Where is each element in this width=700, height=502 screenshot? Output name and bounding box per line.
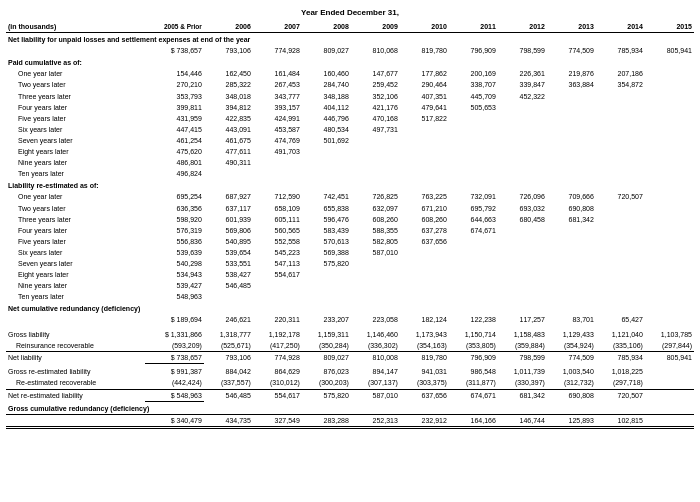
row-value: 452,322: [498, 91, 547, 102]
row-value: [547, 157, 596, 168]
row-value: 596,476: [302, 214, 351, 225]
row-value: (312,732): [547, 377, 596, 389]
section-header-cell: Paid cumulative as of:: [6, 56, 694, 68]
row-value: 809,027: [302, 45, 351, 56]
row-value: [645, 214, 694, 225]
row-value: 605,111: [253, 214, 302, 225]
row-value: [351, 157, 400, 168]
row-value: 785,934: [596, 45, 645, 56]
row-value: 547,113: [253, 258, 302, 269]
row-value: [547, 258, 596, 269]
row-value: 1,159,311: [302, 329, 351, 340]
row-value: [351, 280, 400, 291]
row-label: Six years later: [6, 247, 145, 258]
col-header-7: 2012: [498, 21, 547, 33]
section-header-row: Net cumulative redundancy (deficiency): [6, 302, 694, 314]
row-value: (297,844): [645, 340, 694, 352]
row-value: $ 189,694: [145, 314, 203, 325]
row-value: 570,613: [302, 236, 351, 247]
row-value: 284,740: [302, 79, 351, 90]
table-row: Gross re-estimated liability$ 991,387884…: [6, 366, 694, 377]
col-header-2: 2007: [253, 21, 302, 33]
row-value: 709,666: [547, 191, 596, 202]
row-label: One year later: [6, 191, 145, 202]
row-value: 446,796: [302, 113, 351, 124]
row-value: (442,424): [145, 377, 203, 389]
row-value: [449, 146, 498, 157]
row-value: 540,298: [145, 258, 203, 269]
row-label: Seven years later: [6, 258, 145, 269]
row-value: 434,735: [204, 414, 253, 427]
row-value: 876,023: [302, 366, 351, 377]
row-value: 637,656: [400, 389, 449, 401]
row-value: 399,811: [145, 102, 203, 113]
row-value: 246,621: [204, 314, 253, 325]
row-value: [547, 236, 596, 247]
row-value: 785,934: [596, 351, 645, 363]
row-value: [596, 113, 645, 124]
section-header-cell: Gross cumulative redundancy (deficiency): [6, 401, 694, 414]
row-value: 327,549: [253, 414, 302, 427]
row-value: (310,012): [253, 377, 302, 389]
row-value: [449, 124, 498, 135]
row-value: (311,877): [449, 377, 498, 389]
row-value: 1,018,225: [596, 366, 645, 377]
row-value: 798,599: [498, 351, 547, 363]
row-value: 147,677: [351, 68, 400, 79]
row-value: [498, 113, 547, 124]
row-value: 681,342: [498, 389, 547, 401]
row-label: Seven years later: [6, 135, 145, 146]
row-value: 270,210: [145, 79, 203, 90]
section-header-row: Liability re-estimated as of:: [6, 179, 694, 191]
row-value: 819,780: [400, 351, 449, 363]
row-value: [547, 113, 596, 124]
row-value: 539,654: [204, 247, 253, 258]
row-value: 354,872: [596, 79, 645, 90]
row-value: (300,203): [302, 377, 351, 389]
row-value: [645, 280, 694, 291]
row-value: (337,557): [204, 377, 253, 389]
row-value: [449, 135, 498, 146]
table-row: Eight years later534,943538,427554,617: [6, 269, 694, 280]
row-value: [596, 236, 645, 247]
row-value: [498, 135, 547, 146]
row-value: 290,464: [400, 79, 449, 90]
main-title: Year Ended December 31,: [6, 8, 694, 17]
row-value: [596, 102, 645, 113]
row-value: 479,641: [400, 102, 449, 113]
row-value: 720,507: [596, 389, 645, 401]
row-value: 680,458: [498, 214, 547, 225]
row-value: 219,876: [547, 68, 596, 79]
row-value: (353,805): [449, 340, 498, 352]
row-value: [596, 157, 645, 168]
row-value: 658,109: [253, 203, 302, 214]
row-value: 538,427: [204, 269, 253, 280]
row-value: 687,927: [204, 191, 253, 202]
row-value: [596, 146, 645, 157]
table-row: Eight years later475,620477,611491,703: [6, 146, 694, 157]
table-row: Seven years later540,298533,551547,11357…: [6, 258, 694, 269]
row-value: 505,653: [449, 102, 498, 113]
row-label: Ten years later: [6, 168, 145, 179]
row-value: [596, 135, 645, 146]
row-value: [253, 291, 302, 302]
row-value: 1,011,739: [498, 366, 547, 377]
row-value: [400, 258, 449, 269]
row-value: 393,157: [253, 102, 302, 113]
row-value: 810,068: [351, 45, 400, 56]
row-value: 793,106: [204, 45, 253, 56]
row-value: 122,238: [449, 314, 498, 325]
row-value: (359,884): [498, 340, 547, 352]
row-value: [449, 291, 498, 302]
row-value: 1,146,460: [351, 329, 400, 340]
row-value: [645, 135, 694, 146]
table-row: Six years later447,415443,091453,587480,…: [6, 124, 694, 135]
row-label: Ten years later: [6, 291, 145, 302]
row-value: 637,656: [400, 236, 449, 247]
row-value: 1,192,178: [253, 329, 302, 340]
row-value: 1,158,483: [498, 329, 547, 340]
section-header-row: Gross cumulative redundancy (deficiency): [6, 401, 694, 414]
row-value: 695,792: [449, 203, 498, 214]
row-value: 774,928: [253, 45, 302, 56]
row-value: [596, 225, 645, 236]
